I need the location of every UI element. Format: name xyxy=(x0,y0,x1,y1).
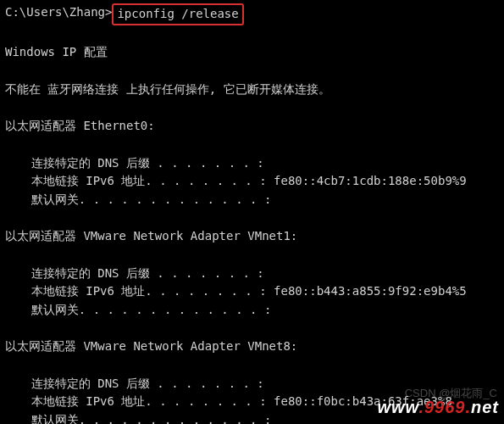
prompt-path: C:\Users\Zhang> xyxy=(5,3,112,22)
adapter-row: 本地链接 IPv6 地址. . . . . . . . : fe80::4cb7… xyxy=(5,172,499,191)
adapter-row: 本地链接 IPv6 地址. . . . . . . . : fe80::b443… xyxy=(5,282,499,301)
adapter-row: 默认网关. . . . . . . . . . . . . : xyxy=(5,301,499,320)
highlighted-command: ipconfig /release xyxy=(112,3,243,25)
adapter-row: 连接特定的 DNS 后缀 . . . . . . . : xyxy=(5,265,499,283)
adapter-row: 连接特定的 DNS 后缀 . . . . . . . : xyxy=(5,154,499,173)
adapter-title: 以太网适配器 Ethernet0: xyxy=(5,117,499,136)
ip-config-header: Windows IP 配置 xyxy=(5,43,499,62)
warning-line: 不能在 蓝牙网络连接 上执行任何操作, 它已断开媒体连接。 xyxy=(5,81,499,99)
terminal-output[interactable]: C:\Users\Zhang>ipconfig /releaseWindows … xyxy=(5,3,499,424)
adapter-title: 以太网适配器 VMware Network Adapter VMnet8: xyxy=(5,338,499,356)
adapter-title: 以太网适配器 VMware Network Adapter VMnet1: xyxy=(5,227,499,246)
adapter-row: 默认网关. . . . . . . . . . . . . : xyxy=(5,191,499,209)
site-watermark: www.9969.net xyxy=(377,394,499,421)
command-line[interactable]: C:\Users\Zhang>ipconfig /release xyxy=(5,3,499,25)
